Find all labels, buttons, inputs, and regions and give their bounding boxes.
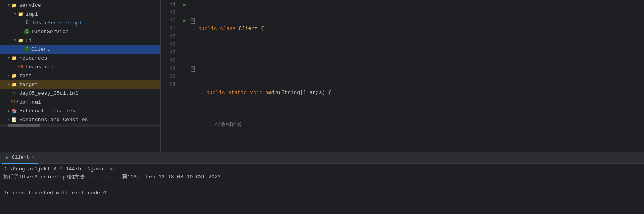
main-area: 📁 service 📁 impl C IUserServiceImpl I IU… (0, 0, 644, 152)
console-output-text: 执行了IUserServiceImpl的方法------------啊11Sat… (3, 173, 221, 181)
label-resources: resources (19, 55, 47, 61)
console-line-output: 执行了IUserServiceImpl的方法------------啊11Sat… (3, 173, 641, 181)
kw-public-11: public (198, 25, 220, 33)
classname-client: Client (239, 25, 261, 33)
label-iuserservice: IUserService (31, 29, 69, 35)
gutter-19 (181, 65, 189, 73)
label-iml: day05_eesy_05di.iml (19, 90, 78, 96)
sidebar: 📁 service 📁 impl C IUserServiceImpl I IU… (0, 0, 160, 152)
xml-icon-beans: XML (18, 64, 24, 70)
arrow-service (6, 3, 11, 8)
sidebar-item-client[interactable]: C Client (0, 45, 160, 54)
sidebar-item-iml[interactable]: IML day05_eesy_05di.iml (0, 89, 160, 98)
label-pom: pom.xml (19, 99, 41, 105)
code-editor: 11 12 13 14 15 16 17 18 19 20 21 ▶ ▶ (161, 0, 644, 152)
folder-icon-service: 📁 (11, 2, 18, 8)
fold-13[interactable]: − (189, 17, 197, 25)
sidebar-item-pom[interactable]: POM pom.xml (0, 98, 160, 106)
folder-icon-resources: 📁 (11, 55, 18, 61)
label-impl: impl (26, 11, 38, 17)
fold-12 (189, 9, 197, 17)
code-area: 11 12 13 14 15 16 17 18 19 20 21 ▶ ▶ (161, 0, 644, 152)
tab-client[interactable]: ▶ Client × (2, 152, 38, 164)
fold-19[interactable]: − (189, 65, 197, 73)
arrow-target (6, 82, 11, 87)
ext-libs-icon: 📚 (11, 108, 18, 114)
gutter-14 (181, 25, 189, 33)
client-icon: C (24, 46, 30, 52)
gutter-17 (181, 49, 189, 57)
fold-18 (189, 57, 197, 65)
interface-icon-iuserservice: I (24, 29, 30, 34)
class-icon-iuserserviceimpl: C (24, 20, 30, 26)
gutter-13[interactable]: ▶ (181, 17, 189, 25)
line-num-14: 14 (161, 25, 177, 33)
iml-icon: IML (11, 90, 18, 96)
pom-icon: POM (11, 99, 18, 105)
fold-16 (189, 41, 197, 49)
line-num-20: 20 (161, 73, 177, 81)
folder-icon-test: 📁 (11, 72, 18, 79)
folder-icon-impl: 📁 (18, 11, 24, 17)
gutter-11[interactable]: ▶ (181, 1, 189, 9)
line-numbers: 11 12 13 14 15 16 17 18 19 20 21 (161, 0, 181, 152)
console-line-empty (3, 181, 641, 189)
console-success-text: Process finished with exit code 0 (3, 189, 106, 197)
sidebar-item-resources[interactable]: 📁 resources (0, 54, 160, 62)
fold-15 (189, 33, 197, 41)
sidebar-item-test[interactable]: 📁 test (0, 71, 160, 80)
sidebar-item-external-libs[interactable]: 📚 External Libraries (0, 106, 160, 115)
arrow-ui (13, 38, 18, 43)
tab-client-close[interactable]: × (32, 155, 34, 160)
label-target: target (19, 82, 38, 88)
arrow-ext-libs (6, 108, 11, 113)
sidebar-item-scratches[interactable]: 📝 Scratches and Consoles (0, 115, 160, 124)
arrow-resources (6, 56, 11, 60)
line-num-21: 21 (161, 81, 177, 89)
fold-20 (189, 73, 197, 81)
gutter-16 (181, 41, 189, 49)
label-ui: ui (26, 38, 32, 44)
line-num-12: 12 (161, 9, 177, 17)
label-service: service (19, 2, 41, 8)
gutter-21 (181, 81, 189, 89)
sidebar-item-target[interactable]: 📁 target (0, 80, 160, 89)
console-line-cmd: D:\Program\jdk1.8.0_144\bin\java.exe ... (3, 165, 641, 173)
label-scratches: Scratches and Consoles (19, 117, 88, 123)
console-cmd-text: D:\Program\jdk1.8.0_144\bin\java.exe ... (3, 165, 128, 173)
arrow-impl (13, 12, 18, 16)
tab-client-label: Client (12, 155, 29, 160)
sidebar-item-beans-xml[interactable]: XML beans.xml (0, 62, 160, 71)
sidebar-item-ui[interactable]: 📁 ui (0, 36, 160, 45)
fold-21 (189, 81, 197, 89)
label-external-libraries: External Libraries (19, 108, 75, 114)
gutter-15 (181, 33, 189, 41)
code-line-12 (198, 57, 644, 65)
fold-gutter: − − (189, 0, 197, 152)
sidebar-item-iuserserviceimpl[interactable]: C IUserServiceImpl (0, 18, 160, 27)
sidebar-item-impl[interactable]: 📁 impl (0, 10, 160, 18)
code-line-11: public class Client { (198, 25, 644, 33)
arrow-scratches (6, 117, 11, 122)
sidebar-scrollbar-thumb[interactable] (8, 124, 40, 127)
line-num-19: 19 (161, 65, 177, 73)
console-output: D:\Program\jdk1.8.0_144\bin\java.exe ...… (0, 164, 644, 214)
code-lines: public class Client { public static void… (197, 0, 644, 152)
line-num-18: 18 (161, 57, 177, 65)
sidebar-item-service[interactable]: 📁 service (0, 1, 160, 10)
gutter-20 (181, 73, 189, 81)
console-line-success: Process finished with exit code 0 (3, 189, 641, 197)
sidebar-item-iuserservice[interactable]: I IUserService (0, 27, 160, 36)
folder-icon-ui: 📁 (18, 37, 24, 44)
line-num-16: 16 (161, 41, 177, 49)
label-beans-xml: beans.xml (26, 64, 54, 70)
arrow-test (6, 73, 11, 78)
line-num-17: 17 (161, 49, 177, 57)
folder-icon-target: 📁 (11, 81, 18, 88)
code-line-14: //拿到容器 (198, 121, 644, 129)
scratches-icon: 📝 (11, 116, 18, 123)
fold-17 (189, 49, 197, 57)
sidebar-scrollbar[interactable] (0, 124, 160, 127)
label-client: Client (31, 46, 50, 52)
line-num-11: 11 (161, 1, 177, 9)
